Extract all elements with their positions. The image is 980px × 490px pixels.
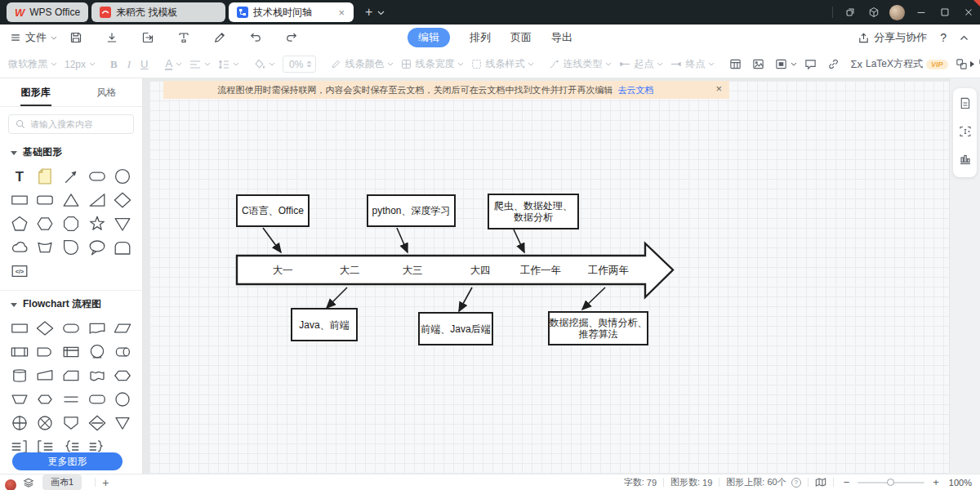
more-shapes-button[interactable]: 更多图形 [12, 452, 122, 470]
shape-hexagon-node[interactable] [33, 387, 59, 411]
shape-rounded-rectangle[interactable] [33, 188, 59, 212]
maximize-icon[interactable] [933, 0, 956, 24]
download-button[interactable] [105, 31, 118, 44]
shape-direct-data[interactable] [109, 340, 136, 363]
group-button[interactable] [956, 58, 968, 70]
shape-octagon[interactable] [58, 212, 84, 235]
insert-frame-button[interactable] [775, 58, 797, 70]
save-button[interactable] [69, 31, 82, 44]
shape-arc-trapezoid[interactable] [33, 235, 59, 259]
font-size-select[interactable]: 12px [65, 59, 96, 70]
add-canvas-button[interactable]: + [102, 476, 109, 489]
shape-wave-flag[interactable] [84, 363, 110, 387]
share-button[interactable]: 分享与协作 [858, 30, 927, 45]
shape-database[interactable] [7, 363, 33, 387]
opacity-input[interactable]: 0% [283, 56, 316, 73]
shape-rounded-process[interactable] [84, 387, 110, 411]
nav-edit[interactable]: 编辑 [408, 28, 450, 47]
layers-icon[interactable] [23, 477, 34, 488]
shape-loop-limit[interactable] [84, 340, 110, 363]
zoom-in-button[interactable]: + [929, 476, 942, 488]
file-menu[interactable]: 文件 [10, 30, 57, 45]
shape-triangle[interactable] [58, 188, 84, 212]
shape-code-block[interactable]: </> [7, 259, 33, 283]
line-color-button[interactable]: 线条颜色 [331, 57, 394, 71]
shape-speech-bubble[interactable] [84, 235, 110, 259]
tab-shape-library[interactable]: 图形库 [0, 78, 71, 106]
close-tab-icon[interactable]: × [337, 7, 345, 19]
line-spacing-button[interactable] [218, 60, 239, 69]
shape-process[interactable] [7, 316, 33, 340]
expand-panel-icon[interactable] [969, 59, 975, 70]
shape-off-page-connector[interactable] [58, 411, 84, 434]
timeline-label[interactable]: 大四 [470, 265, 491, 276]
nav-arrange[interactable]: 排列 [470, 30, 491, 45]
connector-arrow[interactable] [514, 229, 524, 252]
shape-or-junction[interactable] [33, 411, 59, 434]
connector-arrow[interactable] [397, 228, 408, 252]
top-box-2[interactable]: python、深度学习 [368, 195, 455, 226]
zoom-slider-knob[interactable] [887, 479, 894, 486]
format-painter-button[interactable] [177, 31, 190, 44]
canvas[interactable]: 大一大二大三大四工作一年工作两年C语言、Officepython、深度学习爬虫、… [143, 78, 949, 474]
shape-right-triangle[interactable] [84, 188, 110, 212]
shape-document[interactable] [84, 316, 110, 340]
edit-pencil-button[interactable] [213, 31, 226, 44]
shape-hexagon[interactable] [33, 212, 59, 235]
shape-summing-junction[interactable] [7, 411, 33, 434]
connector-type-button[interactable]: 连线类型 [549, 57, 612, 71]
avatar[interactable] [885, 0, 909, 24]
help-circle-icon[interactable]: ? [791, 478, 801, 488]
minimize-icon[interactable] [909, 0, 933, 24]
font-family-select[interactable]: 微软雅黑 [8, 57, 57, 71]
shape-decision[interactable] [33, 316, 59, 340]
shape-internal-storage[interactable] [58, 340, 84, 363]
nav-page[interactable]: 页面 [510, 30, 532, 45]
page-setup-icon[interactable] [959, 125, 972, 140]
shape-rectangle[interactable] [7, 188, 33, 212]
help-button[interactable]: ? [940, 31, 947, 44]
shape-preparation[interactable] [109, 363, 136, 387]
tabs-chevron-down-icon[interactable] [377, 11, 385, 16]
outline-panel-icon[interactable] [959, 97, 972, 113]
import-button[interactable] [141, 31, 154, 44]
fill-color-button[interactable] [254, 59, 275, 69]
start-point-button[interactable]: 起点 [619, 57, 663, 71]
tab-wps-office[interactable]: W WPS Office [7, 2, 88, 22]
latex-button[interactable]: Σx LaTeX方程式 VIP [850, 57, 947, 71]
shape-circle-node[interactable] [109, 387, 136, 411]
shape-star[interactable] [84, 212, 110, 235]
shape-pentagon[interactable] [7, 212, 33, 235]
insert-image-button[interactable] [752, 58, 764, 70]
zoom-out-button[interactable]: − [840, 476, 853, 488]
line-style-button[interactable]: 线条样式 [471, 57, 534, 71]
shape-trapezoid[interactable] [7, 387, 33, 411]
minimap-icon[interactable] [815, 477, 826, 488]
shape-merge-triangle[interactable] [109, 411, 136, 434]
shape-stadium[interactable] [84, 164, 110, 188]
tab-document[interactable]: 技术栈时间轴 × [229, 2, 354, 22]
bottom-box-1[interactable]: Java、前端 [292, 309, 357, 341]
shape-double-line[interactable] [58, 387, 84, 411]
timeline-label[interactable]: 大三 [403, 265, 423, 276]
connector-arrow[interactable] [582, 287, 605, 310]
tab-style[interactable]: 风格 [71, 78, 142, 106]
shape-manual-input[interactable] [33, 363, 59, 387]
bold-button[interactable]: B [110, 58, 118, 71]
timeline-label[interactable]: 大二 [340, 265, 360, 276]
shape-diamond[interactable] [109, 188, 136, 212]
timeline-label[interactable]: 工作两年 [588, 265, 629, 276]
connector-arrow[interactable] [459, 287, 472, 311]
align-button[interactable] [189, 60, 211, 69]
bottom-box-3[interactable]: 数据挖掘、舆情分析、推荐算法 [549, 312, 648, 345]
nav-export[interactable]: 导出 [551, 30, 572, 45]
search-input[interactable] [30, 119, 120, 129]
shape-round-top-rectangle[interactable] [109, 235, 136, 259]
shape-split-diamond[interactable] [84, 411, 110, 434]
canvas-tab[interactable]: 画布1 [42, 474, 82, 490]
shape-parallelogram[interactable] [109, 316, 136, 340]
shape-predefined-process[interactable] [7, 340, 33, 363]
end-point-button[interactable]: 终点 [670, 57, 715, 71]
shape-inverted-triangle[interactable] [109, 212, 136, 235]
comment-button[interactable] [804, 58, 817, 70]
